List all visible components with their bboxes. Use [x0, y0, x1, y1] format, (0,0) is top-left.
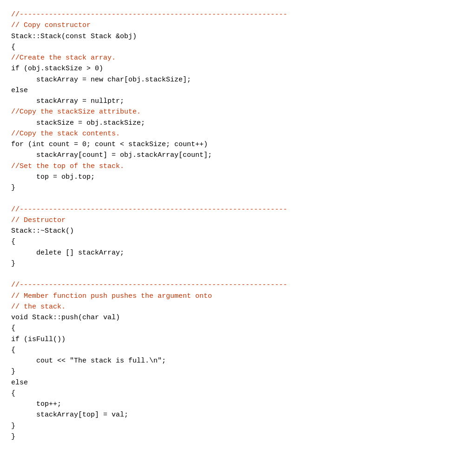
code-line: if (isFull())	[11, 336, 66, 343]
code-line: Stack::Stack(const Stack &obj)	[11, 33, 137, 40]
code-line: else	[11, 379, 28, 387]
comment-line: // Copy constructor	[11, 21, 91, 29]
code-line: if (obj.stackSize > 0)	[11, 65, 103, 73]
code-line: }	[11, 184, 15, 192]
comment-line: //Set the top of the stack.	[11, 162, 124, 170]
code-line: top = obj.top;	[11, 173, 95, 181]
code-line: {	[11, 238, 15, 246]
code-line: for (int count = 0; count < stackSize; c…	[11, 141, 208, 148]
comment-line: // the stack.	[11, 303, 66, 311]
comment-line: //Create the stack array.	[11, 54, 116, 62]
code-line: stackArray[top] = val;	[11, 411, 128, 419]
code-line: cout << "The stack is full.\n";	[11, 357, 166, 365]
comment-line: // Member function push pushes the argum…	[11, 292, 212, 300]
code-line: stackArray = new char[obj.stackSize];	[11, 76, 191, 84]
code-line: else	[11, 87, 28, 94]
code-line: }	[11, 433, 15, 441]
code-line: }	[11, 260, 15, 268]
code-line: }	[11, 422, 15, 430]
code-line: stackArray[count] = obj.stackArray[count…	[11, 151, 212, 159]
code-line: delete [] stackArray;	[11, 249, 124, 257]
code-line: Stack::~Stack()	[11, 227, 74, 235]
comment-line: //Copy the stackSize attribute.	[11, 108, 141, 116]
code-line: stackSize = obj.stackSize;	[11, 119, 145, 127]
comment-line: //Copy the stack contents.	[11, 130, 120, 138]
comment-line: //--------------------------------------…	[11, 206, 287, 214]
code-line: stackArray = nullptr;	[11, 97, 124, 105]
comment-line: // Destructor	[11, 216, 66, 224]
code-line: {	[11, 43, 15, 51]
code-line: {	[11, 390, 15, 397]
comment-line: //--------------------------------------…	[11, 281, 287, 289]
code-line: top++;	[11, 400, 61, 408]
code-line: {	[11, 324, 15, 332]
code-line: {	[11, 346, 15, 354]
comment-line: //--------------------------------------…	[11, 11, 287, 19]
code-container: //--------------------------------------…	[11, 9, 465, 442]
code-line: void Stack::push(char val)	[11, 314, 120, 322]
code-line: }	[11, 368, 15, 376]
